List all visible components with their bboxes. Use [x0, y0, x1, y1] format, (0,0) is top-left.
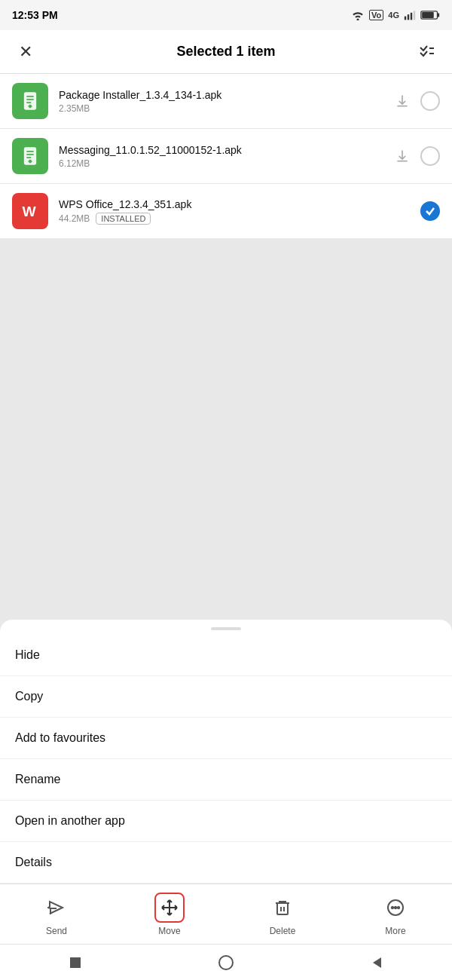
wps-icon: W [20, 201, 41, 222]
recent-apps-button[interactable] [62, 949, 89, 976]
file-item-1[interactable]: Package Installer_1.3.4_134-1.apk 2.35MB [0, 74, 452, 129]
file-item-3[interactable]: W WPS Office_12.3.4_351.apk 44.2MB INSTA… [0, 184, 452, 239]
more-icon [386, 899, 405, 917]
battery-icon [420, 10, 440, 20]
signal-icon [404, 10, 416, 20]
status-bar: 12:53 PM Vo 4G [0, 0, 452, 30]
status-time: 12:53 PM [12, 9, 58, 21]
svg-point-0 [357, 19, 359, 21]
installed-badge: INSTALLED [96, 213, 151, 225]
checklist-icon [417, 43, 435, 61]
file-list: Package Installer_1.3.4_134-1.apk 2.35MB [0, 74, 452, 239]
apk-icon-1 [20, 90, 41, 112]
svg-point-29 [219, 956, 233, 969]
svg-point-26 [395, 906, 396, 908]
svg-rect-7 [422, 12, 434, 18]
file-meta-1: 2.35MB [59, 103, 381, 114]
back-icon [369, 955, 384, 970]
checkbox-3[interactable] [420, 201, 440, 221]
delete-label: Delete [270, 926, 296, 936]
context-menu-sheet: Hide Copy Add to favourites Rename Open … [0, 620, 452, 980]
menu-item-rename[interactable]: Rename [0, 759, 452, 801]
svg-rect-17 [26, 154, 33, 155]
checkbox-1[interactable] [420, 91, 440, 111]
svg-rect-12 [26, 99, 33, 100]
file-meta-2: 6.12MB [59, 158, 381, 169]
file-name-1: Package Installer_1.3.4_134-1.apk [59, 89, 381, 101]
menu-button[interactable] [413, 38, 440, 66]
svg-rect-3 [411, 13, 412, 20]
vo-badge: Vo [369, 10, 383, 20]
bottom-toolbar: Send Move [0, 884, 452, 944]
file-icon-1 [12, 83, 48, 119]
menu-item-favourites[interactable]: Add to favourites [0, 718, 452, 759]
sheet-handle [211, 627, 241, 630]
file-name-3: WPS Office_12.3.4_351.apk [59, 198, 410, 210]
delete-icon-container [267, 893, 298, 923]
menu-item-hide[interactable]: Hide [0, 635, 452, 676]
file-icon-3: W [12, 193, 48, 229]
status-icons: Vo 4G [351, 10, 440, 20]
svg-rect-2 [408, 14, 409, 20]
file-info-2: Messaging_11.0.1.52_11000152-1.apk 6.12M… [59, 144, 381, 169]
file-size-2: 6.12MB [59, 158, 90, 169]
move-button[interactable]: Move [143, 893, 196, 936]
file-actions-3 [420, 201, 440, 221]
file-item-2[interactable]: Messaging_11.0.1.52_11000152-1.apk 6.12M… [0, 129, 452, 184]
file-actions-2 [392, 145, 440, 167]
send-button[interactable]: Send [30, 893, 83, 936]
menu-item-copy[interactable]: Copy [0, 676, 452, 718]
move-label: Move [158, 926, 180, 936]
close-button[interactable]: ✕ [12, 38, 39, 66]
apk-icon-2 [20, 145, 41, 167]
download-icon-1[interactable] [392, 90, 413, 112]
move-icon [160, 899, 179, 917]
recent-apps-icon [68, 955, 83, 970]
send-icon-container [41, 893, 72, 923]
back-button[interactable] [363, 949, 390, 976]
file-info-1: Package Installer_1.3.4_134-1.apk 2.35MB [59, 89, 381, 114]
home-icon [218, 954, 234, 971]
checkbox-2[interactable] [420, 146, 440, 166]
file-actions-1 [392, 90, 440, 112]
svg-rect-18 [26, 157, 31, 158]
file-size-3: 44.2MB [59, 213, 90, 224]
more-label: More [385, 926, 405, 936]
svg-point-25 [392, 906, 393, 908]
download-svg-2 [395, 149, 410, 164]
4g-badge: 4G [388, 11, 399, 20]
menu-item-details[interactable]: Details [0, 842, 452, 884]
app-header: ✕ Selected 1 item [0, 30, 452, 74]
more-icon-container [380, 893, 411, 923]
send-icon [47, 899, 66, 917]
checkmark-icon [425, 206, 435, 216]
svg-rect-4 [414, 11, 415, 20]
file-info-3: WPS Office_12.3.4_351.apk 44.2MB INSTALL… [59, 198, 410, 225]
svg-rect-28 [70, 957, 81, 968]
svg-rect-1 [405, 17, 406, 20]
download-svg-1 [395, 93, 410, 109]
wifi-icon [351, 10, 365, 20]
download-icon-2[interactable] [392, 145, 413, 167]
nav-bar [0, 944, 452, 980]
background-space [0, 239, 452, 412]
svg-rect-13 [26, 102, 31, 103]
svg-marker-30 [373, 957, 381, 968]
file-size-1: 2.35MB [59, 103, 90, 114]
menu-item-open-app[interactable]: Open in another app [0, 801, 452, 842]
svg-point-27 [398, 906, 399, 908]
send-label: Send [46, 926, 67, 936]
delete-button[interactable]: Delete [256, 893, 309, 936]
file-name-2: Messaging_11.0.1.52_11000152-1.apk [59, 144, 381, 156]
home-button[interactable] [212, 949, 240, 976]
move-icon-container [154, 893, 185, 923]
more-button[interactable]: More [369, 893, 422, 936]
svg-rect-21 [277, 903, 288, 914]
svg-rect-11 [26, 96, 33, 97]
svg-text:W: W [23, 204, 37, 219]
svg-rect-6 [438, 13, 440, 17]
header-title: Selected 1 item [176, 44, 275, 60]
svg-rect-16 [26, 151, 33, 152]
delete-icon [273, 899, 292, 917]
file-meta-3: 44.2MB INSTALLED [59, 213, 410, 225]
